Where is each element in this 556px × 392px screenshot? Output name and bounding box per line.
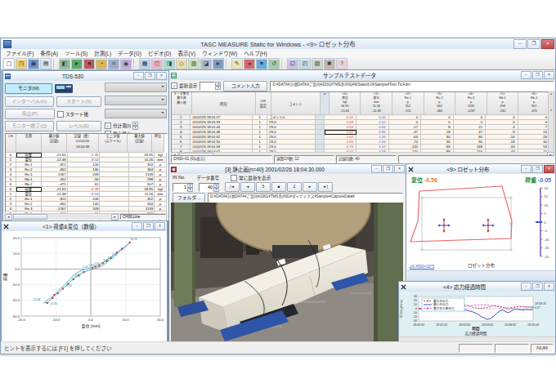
in-no-spinner[interactable]: 1▲▼: [173, 183, 194, 192]
playback-button-6[interactable]: ►|: [318, 182, 333, 192]
monitor-button[interactable]: モニタ(M): [5, 83, 52, 94]
monitor-stop-icon[interactable]: ■: [83, 58, 95, 69]
rosette-plot: 20151050-5-10-15-20: [407, 185, 554, 262]
svg-text:18:02:00: 18:02:00: [459, 323, 470, 327]
digital-view-icon[interactable]: ▥: [188, 58, 200, 69]
start-button[interactable]: スタート(S): [56, 96, 101, 107]
options-icon[interactable]: ✱: [324, 58, 335, 69]
cascade-windows-icon[interactable]: ◱: [287, 58, 298, 69]
monitor-start-icon[interactable]: ►: [71, 58, 83, 69]
interval-measure-checkbox[interactable]: ✓分計測(I)▲▼: [105, 122, 167, 129]
interval-spinner[interactable]: ▲▼: [132, 122, 138, 129]
record-icon[interactable]: ●: [244, 58, 255, 69]
scatter-min-button[interactable]: −: [132, 222, 142, 230]
latest-display-checkbox[interactable]: ✓最新表示: [171, 82, 197, 89]
arrange-icons-icon[interactable]: ▧: [312, 58, 323, 69]
rosette-close-button[interactable]: ×: [544, 165, 554, 173]
sample-min-button[interactable]: −: [521, 71, 531, 79]
table-view-icon[interactable]: ▦: [139, 58, 150, 69]
playback-button-0[interactable]: |◄: [225, 182, 240, 192]
tile-windows-icon[interactable]: ◰: [299, 58, 311, 69]
playback-button-2[interactable]: 5: [256, 182, 271, 192]
menu-item[interactable]: ウィンドウ(W): [199, 49, 240, 57]
connect-icon[interactable]: ◧: [59, 58, 70, 69]
menu-item[interactable]: ツール(S): [61, 49, 91, 57]
tds530-close-button[interactable]: ×: [156, 72, 167, 80]
sample-max-button[interactable]: ❐: [532, 71, 543, 79]
tds-header-cell: 最小値 (記録): [42, 134, 67, 153]
stress-max-button[interactable]: ❐: [532, 283, 543, 291]
menu-item[interactable]: データ(G): [114, 49, 145, 57]
data-no-spinner[interactable]: 40▲▼: [199, 183, 220, 192]
level-button[interactable]: レベル(E): [56, 121, 101, 131]
save-icon[interactable]: ▣: [28, 58, 39, 69]
disp-label: 変位: [411, 177, 423, 183]
video-icon[interactable]: ►: [213, 58, 224, 69]
svg-text:20: 20: [545, 186, 549, 190]
svg-text:0: 0: [545, 220, 547, 225]
open-file-icon[interactable]: ◳: [16, 58, 27, 69]
print-icon[interactable]: ▤: [40, 58, 52, 69]
in-no-label: IN No.: [173, 175, 186, 181]
balance-icon[interactable]: ≡: [108, 58, 119, 69]
camera-icon[interactable]: ◪: [200, 58, 212, 69]
sample-channel-header: <4> Re-3 μ 1139 -1267: [455, 92, 487, 115]
minimize-button[interactable]: −: [513, 39, 527, 49]
speed-select[interactable]: [105, 109, 167, 118]
svg-text:最大せん断応力: 最大せん断応力: [433, 306, 455, 310]
rosette-max-button[interactable]: ❐: [532, 165, 543, 173]
scatter-close-button[interactable]: ×: [155, 222, 165, 230]
data-get-icon[interactable]: ▼: [256, 58, 267, 69]
interval-icon[interactable]: ◔: [96, 58, 107, 69]
menu-item[interactable]: ヘルプ(H): [240, 49, 271, 57]
range-select[interactable]: [105, 82, 167, 92]
maximize-button[interactable]: ❐: [527, 39, 540, 49]
svg-text:0.0: 0.0: [88, 318, 93, 322]
sample-close-button[interactable]: ×: [544, 71, 554, 79]
mode-select[interactable]: [105, 96, 167, 105]
record-no-spinner[interactable]: ▲▼: [200, 82, 221, 91]
comment-icon[interactable]: ✎: [231, 58, 243, 69]
menu-item[interactable]: ビデオ(D): [145, 49, 175, 57]
video-window: [3] 静止画(n=40) 2001/02/26 18:04:30.000 − …: [168, 163, 407, 342]
close-button[interactable]: ×: [541, 39, 554, 49]
new-file-icon[interactable]: ▢: [3, 58, 15, 69]
tds-header-cell: 名称: [16, 134, 42, 153]
monitor-end-button[interactable]: モニター終了(Q): [5, 121, 54, 131]
sample-vscrollbar[interactable]: ▲▼: [548, 91, 554, 153]
title-bar[interactable]: TASC MEASURE Static for Windows - <9> ロゼ…: [1, 38, 555, 50]
zero-set-icon[interactable]: ◉: [120, 58, 132, 69]
sample-split-scrollbar[interactable]: ◂▸: [321, 92, 330, 115]
playback-button-1[interactable]: ◄: [240, 182, 255, 192]
data-file-path[interactable]: D:¥DATA¥計測DATA¥ご案内¥2001¥TMS系(NS)¥WStatic…: [270, 81, 554, 91]
playback-button-3[interactable]: ■: [271, 182, 286, 192]
tds530-window-icon: [5, 74, 11, 79]
menu-item[interactable]: 計測(L): [91, 49, 114, 57]
menu-item[interactable]: 表示(V): [175, 49, 200, 57]
stress-min-button[interactable]: −: [521, 283, 531, 291]
video-min-button[interactable]: −: [371, 165, 382, 173]
help-icon[interactable]: ?: [336, 58, 348, 69]
tds530-min-button[interactable]: −: [133, 72, 144, 80]
still-image-photo[interactable]: [171, 203, 403, 341]
tds530-max-button[interactable]: ❐: [145, 72, 155, 80]
video-close-button[interactable]: ×: [394, 165, 405, 173]
stop-button[interactable]: 停止(P): [5, 109, 55, 119]
menu-item[interactable]: ファイル(F): [2, 49, 37, 57]
playback-button-4[interactable]: 2: [287, 182, 302, 192]
rosette-min-button[interactable]: −: [521, 165, 531, 173]
menu-item[interactable]: 条件(A): [37, 49, 61, 57]
video-max-button[interactable]: ❐: [383, 165, 393, 173]
playback-button-5[interactable]: ►: [303, 182, 317, 192]
refresh-icon[interactable]: ↺: [268, 58, 280, 69]
stress-close-button[interactable]: ×: [544, 283, 554, 291]
rosette-view-icon[interactable]: ◇: [176, 58, 187, 69]
xy-graph-icon[interactable]: ◫: [151, 58, 163, 69]
tds-hscrollbar[interactable]: ◄► CH00,Line: [5, 213, 166, 220]
start-after-checkbox[interactable]: スタート後: [57, 111, 88, 118]
time-graph-icon[interactable]: ◨: [164, 58, 175, 69]
interval-button[interactable]: インターバル(G): [5, 96, 54, 107]
scatter-max-button[interactable]: ❐: [143, 222, 154, 230]
comment-input-button[interactable]: コメント入力: [223, 81, 267, 91]
always-latest-checkbox[interactable]: 常に最新を表示: [231, 175, 271, 181]
